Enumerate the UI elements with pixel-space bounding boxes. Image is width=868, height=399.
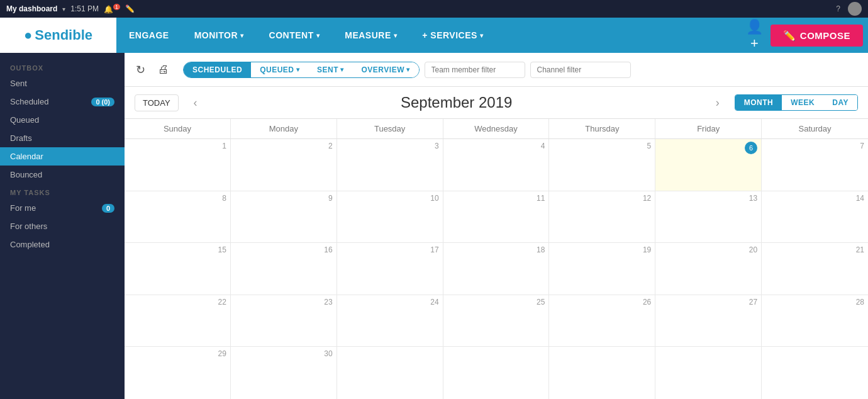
calendar-cell-0-3[interactable]: 4 — [443, 139, 550, 191]
nav-measure[interactable]: MEASURE ▾ — [332, 18, 409, 53]
calendar-cell-1-5[interactable]: 13 — [655, 191, 762, 243]
sidebar-completed-label: Completed — [10, 240, 50, 249]
calendar-cell-2-3[interactable]: 18 — [443, 243, 550, 295]
calendar-cell-3-5[interactable]: 27 — [655, 295, 762, 347]
print-button[interactable]: 🖨 — [154, 60, 173, 79]
calendar-cell-1-0[interactable]: 8 — [125, 191, 231, 243]
calendar-cell-0-6[interactable]: 7 — [762, 139, 868, 191]
help-icon[interactable]: ? — [836, 4, 840, 13]
compose-button[interactable]: ✏️ COMPOSE — [771, 25, 863, 47]
calendar-cell-0-4[interactable]: 5 — [549, 139, 655, 191]
main-layout: OUTBOX Sent Scheduled 0 (0) Queued Draft… — [0, 53, 868, 399]
edit-icon[interactable]: ✏️ — [125, 4, 135, 13]
next-month-button[interactable]: › — [708, 93, 727, 112]
day-header-tuesday: Tuesday — [337, 119, 443, 138]
calendar-cell-3-0[interactable]: 22 — [125, 295, 231, 347]
day-header-monday: Monday — [231, 119, 337, 138]
sidebar-forothers-label: For others — [10, 222, 47, 231]
nav-content[interactable]: CONTENT ▾ — [257, 18, 333, 53]
cell-number: 8 — [128, 194, 226, 203]
chevron-left-icon: ‹ — [194, 96, 198, 110]
calendar-cell-4-6[interactable] — [762, 347, 868, 399]
nav-monitor-label: MONITOR — [194, 30, 238, 40]
day-header-wednesday: Wednesday — [443, 119, 550, 138]
calendar-cell-4-3[interactable] — [443, 347, 550, 399]
sidebar-item-for-me[interactable]: For me 0 — [0, 199, 125, 217]
sidebar-item-queued[interactable]: Queued — [0, 111, 125, 129]
sidebar-item-for-others[interactable]: For others — [0, 217, 125, 235]
cell-number: 13 — [659, 194, 757, 203]
calendar-cell-1-4[interactable]: 12 — [549, 191, 655, 243]
calendar-cell-4-5[interactable] — [655, 347, 762, 399]
prev-month-button[interactable]: ‹ — [186, 93, 205, 112]
day-header-thursday: Thursday — [549, 119, 655, 138]
calendar-cell-1-3[interactable]: 11 — [443, 191, 550, 243]
cell-number: 9 — [235, 194, 333, 203]
month-title: September 2019 — [213, 94, 701, 111]
calendar-cell-3-3[interactable]: 25 — [443, 295, 550, 347]
compose-pencil-icon: ✏️ — [783, 30, 796, 42]
add-profile-button[interactable]: 👤+ — [743, 24, 765, 47]
top-bar-left: My dashboard ▾ 1:51 PM 🔔1 ✏️ — [6, 4, 135, 14]
calendar-cell-2-5[interactable]: 20 — [655, 243, 762, 295]
calendar-cell-0-1[interactable]: 2 — [231, 139, 337, 191]
sent-label: SENT — [317, 65, 338, 74]
sidebar-forme-label: For me — [10, 203, 36, 213]
sidebar-item-scheduled[interactable]: Scheduled 0 (0) — [0, 93, 125, 111]
sidebar-item-sent[interactable]: Sent — [0, 74, 125, 93]
tab-sent[interactable]: SENT ▾ — [308, 62, 353, 77]
cell-number: 30 — [235, 349, 333, 358]
view-month-button[interactable]: MONTH — [735, 95, 782, 110]
calendar-cell-1-6[interactable]: 14 — [762, 191, 868, 243]
sidebar-item-bounced[interactable]: Bounced — [0, 166, 125, 184]
nav-links: ENGAGE MONITOR ▾ CONTENT ▾ MEASURE ▾ + S… — [116, 18, 743, 53]
nav-services[interactable]: + SERVICES ▾ — [409, 18, 496, 53]
calendar-cell-0-0[interactable]: 1 — [125, 139, 231, 191]
cell-number: 2 — [235, 142, 333, 150]
calendar-cell-1-1[interactable]: 9 — [231, 191, 337, 243]
sidebar-item-calendar[interactable]: Calendar — [0, 147, 125, 166]
notification-bell-icon[interactable]: 🔔1 — [104, 4, 120, 14]
calendar-cell-3-2[interactable]: 24 — [337, 295, 443, 347]
calendar-cell-1-2[interactable]: 10 — [337, 191, 443, 243]
dropdown-caret-icon[interactable]: ▾ — [62, 6, 65, 13]
team-member-filter-input[interactable] — [425, 62, 525, 78]
sidebar-item-completed[interactable]: Completed — [0, 235, 125, 254]
cell-number: 15 — [128, 245, 226, 254]
calendar-body: 1234567891011121314151617181920212223242… — [125, 139, 868, 399]
calendar-cell-2-6[interactable]: 21 — [762, 243, 868, 295]
calendar-cell-2-2[interactable]: 17 — [337, 243, 443, 295]
cell-number: 4 — [447, 142, 545, 150]
calendar-cell-4-4[interactable] — [549, 347, 655, 399]
tab-overview[interactable]: OVERVIEW ▾ — [353, 62, 419, 77]
nav-content-caret-icon: ▾ — [316, 32, 320, 39]
nav-engage[interactable]: ENGAGE — [116, 18, 182, 53]
nav-monitor[interactable]: MONITOR ▾ — [182, 18, 257, 53]
avatar[interactable] — [848, 2, 862, 16]
refresh-button[interactable]: ↻ — [132, 60, 149, 79]
view-week-button[interactable]: WEEK — [782, 95, 823, 110]
calendar-cell-3-6[interactable]: 28 — [762, 295, 868, 347]
calendar-cell-3-4[interactable]: 26 — [549, 295, 655, 347]
calendar-cell-4-1[interactable]: 30 — [231, 347, 337, 399]
top-bar: My dashboard ▾ 1:51 PM 🔔1 ✏️ ? — [0, 0, 868, 18]
cell-number: 7 — [765, 142, 864, 150]
view-day-button[interactable]: DAY — [823, 95, 857, 110]
calendar-cell-4-2[interactable] — [337, 347, 443, 399]
calendar-cell-4-0[interactable]: 29 — [125, 347, 231, 399]
calendar-cell-0-5[interactable]: 6 — [655, 139, 762, 191]
sidebar-item-drafts[interactable]: Drafts — [0, 129, 125, 147]
outbox-section-header: OUTBOX — [0, 59, 125, 74]
nav-logo: ● Sendible — [0, 18, 116, 53]
calendar-cell-2-1[interactable]: 16 — [231, 243, 337, 295]
today-button[interactable]: TODAY — [135, 94, 179, 111]
sidebar: OUTBOX Sent Scheduled 0 (0) Queued Draft… — [0, 53, 125, 399]
calendar-cell-0-2[interactable]: 3 — [337, 139, 443, 191]
calendar-cell-3-1[interactable]: 23 — [231, 295, 337, 347]
channel-filter-input[interactable] — [530, 62, 631, 78]
tab-scheduled[interactable]: SCHEDULED — [184, 62, 251, 77]
calendar-cell-2-0[interactable]: 15 — [125, 243, 231, 295]
dashboard-link[interactable]: My dashboard — [6, 4, 57, 13]
calendar-cell-2-4[interactable]: 19 — [549, 243, 655, 295]
tab-queued[interactable]: QUEUED ▾ — [251, 62, 308, 77]
